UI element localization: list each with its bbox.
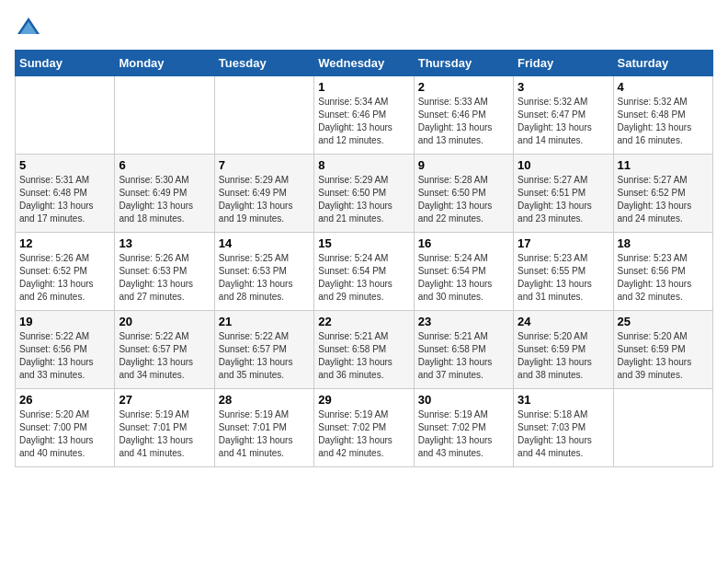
day-info: Sunrise: 5:32 AM Sunset: 6:47 PM Dayligh… [518,96,609,147]
calendar-cell: 1Sunrise: 5:34 AM Sunset: 6:46 PM Daylig… [314,76,414,155]
day-number: 1 [318,80,409,94]
day-info: Sunrise: 5:28 AM Sunset: 6:50 PM Dayligh… [418,174,509,225]
weekday-header: Friday [514,51,613,76]
calendar-cell: 22Sunrise: 5:21 AM Sunset: 6:58 PM Dayli… [314,311,414,389]
day-number: 3 [518,80,609,94]
day-number: 16 [418,236,509,250]
day-number: 9 [418,158,509,172]
day-number: 5 [19,158,110,172]
day-info: Sunrise: 5:26 AM Sunset: 6:52 PM Dayligh… [19,252,110,304]
day-info: Sunrise: 5:23 AM Sunset: 6:55 PM Dayligh… [518,252,609,304]
weekday-header: Thursday [414,51,513,76]
calendar-cell: 30Sunrise: 5:19 AM Sunset: 7:02 PM Dayli… [414,389,513,467]
weekday-header: Tuesday [214,51,313,76]
day-info: Sunrise: 5:30 AM Sunset: 6:49 PM Dayligh… [119,174,210,225]
day-info: Sunrise: 5:20 AM Sunset: 7:00 PM Dayligh… [19,408,110,460]
day-info: Sunrise: 5:33 AM Sunset: 6:46 PM Dayligh… [418,96,509,147]
day-number: 18 [618,236,709,250]
day-info: Sunrise: 5:26 AM Sunset: 6:53 PM Dayligh… [119,252,210,304]
calendar-cell: 27Sunrise: 5:19 AM Sunset: 7:01 PM Dayli… [115,389,214,467]
day-info: Sunrise: 5:29 AM Sunset: 6:50 PM Dayligh… [318,174,409,225]
weekday-header: Saturday [613,51,712,76]
calendar-cell: 11Sunrise: 5:27 AM Sunset: 6:52 PM Dayli… [613,155,712,233]
calendar-cell: 17Sunrise: 5:23 AM Sunset: 6:55 PM Dayli… [514,233,613,311]
day-number: 27 [119,393,210,407]
calendar-cell: 7Sunrise: 5:29 AM Sunset: 6:49 PM Daylig… [214,155,313,233]
calendar-week-row: 1Sunrise: 5:34 AM Sunset: 6:46 PM Daylig… [16,76,713,155]
day-info: Sunrise: 5:21 AM Sunset: 6:58 PM Dayligh… [318,330,409,382]
day-number: 25 [618,315,709,328]
day-info: Sunrise: 5:19 AM Sunset: 7:02 PM Dayligh… [318,408,409,460]
day-number: 28 [219,393,310,407]
logo [15,15,46,42]
calendar-week-row: 12Sunrise: 5:26 AM Sunset: 6:52 PM Dayli… [16,233,713,311]
day-number: 14 [219,236,310,250]
calendar-cell: 3Sunrise: 5:32 AM Sunset: 6:47 PM Daylig… [514,76,613,155]
day-info: Sunrise: 5:25 AM Sunset: 6:53 PM Dayligh… [219,252,310,304]
weekday-header: Wednesday [314,51,414,76]
day-info: Sunrise: 5:19 AM Sunset: 7:02 PM Dayligh… [418,408,509,460]
calendar-cell: 5Sunrise: 5:31 AM Sunset: 6:48 PM Daylig… [16,155,115,233]
calendar-cell: 9Sunrise: 5:28 AM Sunset: 6:50 PM Daylig… [414,155,513,233]
day-info: Sunrise: 5:21 AM Sunset: 6:58 PM Dayligh… [418,330,509,382]
day-info: Sunrise: 5:24 AM Sunset: 6:54 PM Dayligh… [318,252,409,304]
calendar-cell: 20Sunrise: 5:22 AM Sunset: 6:57 PM Dayli… [115,311,214,389]
calendar-cell: 10Sunrise: 5:27 AM Sunset: 6:51 PM Dayli… [514,155,613,233]
day-number: 17 [518,236,609,250]
day-info: Sunrise: 5:20 AM Sunset: 6:59 PM Dayligh… [518,330,609,382]
calendar-cell: 29Sunrise: 5:19 AM Sunset: 7:02 PM Dayli… [314,389,414,467]
day-number: 4 [618,80,709,94]
day-info: Sunrise: 5:27 AM Sunset: 6:52 PM Dayligh… [618,174,709,225]
calendar-cell [613,389,712,467]
calendar-cell: 25Sunrise: 5:20 AM Sunset: 6:59 PM Dayli… [613,311,712,389]
day-number: 31 [518,393,609,407]
day-info: Sunrise: 5:34 AM Sunset: 6:46 PM Dayligh… [318,96,409,147]
calendar-cell: 31Sunrise: 5:18 AM Sunset: 7:03 PM Dayli… [514,389,613,467]
day-info: Sunrise: 5:22 AM Sunset: 6:57 PM Dayligh… [219,330,310,382]
day-info: Sunrise: 5:20 AM Sunset: 6:59 PM Dayligh… [618,330,709,382]
day-info: Sunrise: 5:32 AM Sunset: 6:48 PM Dayligh… [618,96,709,147]
calendar-cell: 13Sunrise: 5:26 AM Sunset: 6:53 PM Dayli… [115,233,214,311]
day-info: Sunrise: 5:18 AM Sunset: 7:03 PM Dayligh… [518,408,609,460]
calendar-cell [115,76,214,155]
day-number: 23 [418,315,509,328]
calendar-week-row: 26Sunrise: 5:20 AM Sunset: 7:00 PM Dayli… [16,389,713,467]
calendar-cell: 14Sunrise: 5:25 AM Sunset: 6:53 PM Dayli… [214,233,313,311]
day-number: 30 [418,393,509,407]
day-info: Sunrise: 5:19 AM Sunset: 7:01 PM Dayligh… [219,408,310,460]
calendar-cell: 15Sunrise: 5:24 AM Sunset: 6:54 PM Dayli… [314,233,414,311]
day-info: Sunrise: 5:23 AM Sunset: 6:56 PM Dayligh… [618,252,709,304]
calendar-cell: 4Sunrise: 5:32 AM Sunset: 6:48 PM Daylig… [613,76,712,155]
calendar-cell: 23Sunrise: 5:21 AM Sunset: 6:58 PM Dayli… [414,311,513,389]
day-info: Sunrise: 5:31 AM Sunset: 6:48 PM Dayligh… [19,174,110,225]
day-number: 2 [418,80,509,94]
day-number: 8 [318,158,409,172]
day-number: 11 [618,158,709,172]
logo-icon [15,15,42,42]
day-number: 19 [19,315,110,328]
day-number: 24 [518,315,609,328]
weekday-header: Sunday [16,51,115,76]
day-number: 10 [518,158,609,172]
calendar-week-row: 5Sunrise: 5:31 AM Sunset: 6:48 PM Daylig… [16,155,713,233]
calendar-cell: 12Sunrise: 5:26 AM Sunset: 6:52 PM Dayli… [16,233,115,311]
calendar-cell: 28Sunrise: 5:19 AM Sunset: 7:01 PM Dayli… [214,389,313,467]
calendar-cell: 21Sunrise: 5:22 AM Sunset: 6:57 PM Dayli… [214,311,313,389]
day-number: 13 [119,236,210,250]
day-info: Sunrise: 5:22 AM Sunset: 6:57 PM Dayligh… [119,330,210,382]
calendar-cell [16,76,115,155]
calendar-cell: 2Sunrise: 5:33 AM Sunset: 6:46 PM Daylig… [414,76,513,155]
day-info: Sunrise: 5:22 AM Sunset: 6:56 PM Dayligh… [19,330,110,382]
weekday-header: Monday [115,51,214,76]
day-number: 12 [19,236,110,250]
calendar-cell [214,76,313,155]
day-number: 29 [318,393,409,407]
calendar-cell: 26Sunrise: 5:20 AM Sunset: 7:00 PM Dayli… [16,389,115,467]
calendar-table: SundayMondayTuesdayWednesdayThursdayFrid… [15,50,713,467]
day-number: 22 [318,315,409,328]
calendar-cell: 6Sunrise: 5:30 AM Sunset: 6:49 PM Daylig… [115,155,214,233]
day-info: Sunrise: 5:27 AM Sunset: 6:51 PM Dayligh… [518,174,609,225]
day-number: 21 [219,315,310,328]
day-info: Sunrise: 5:19 AM Sunset: 7:01 PM Dayligh… [119,408,210,460]
page-header [15,15,713,42]
